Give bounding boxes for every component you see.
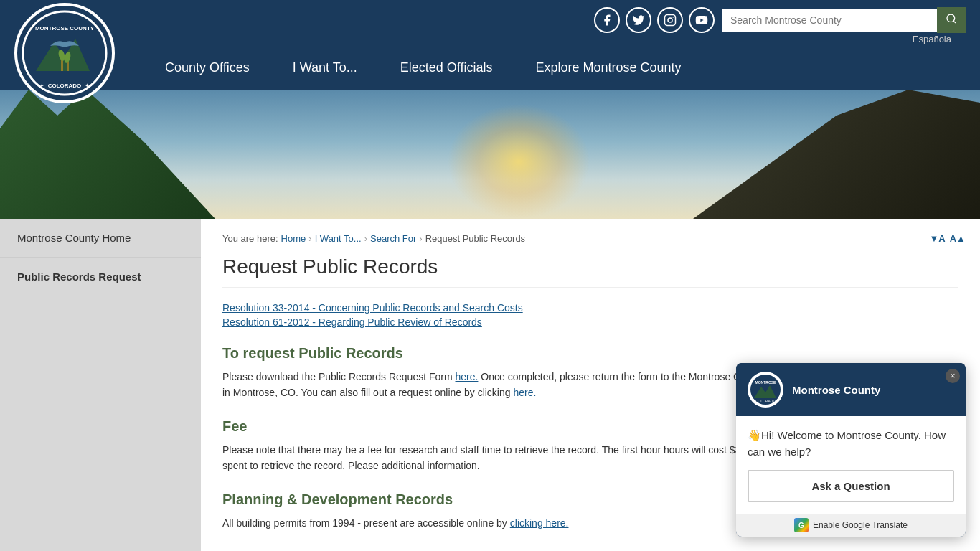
- section-heading-request: To request Public Records: [222, 345, 958, 362]
- google-translate-button[interactable]: G Enable Google Translate: [736, 514, 966, 537]
- breadcrumb-home[interactable]: Home: [281, 233, 306, 244]
- font-increase-button[interactable]: A▲: [950, 233, 966, 244]
- chat-widget: MONTROSE COLORADO Montrose County × 👋Hi!…: [736, 363, 966, 537]
- ask-question-button[interactable]: Ask a Question: [748, 470, 954, 502]
- svg-point-2: [672, 17, 674, 18]
- header-top: [0, 0, 980, 33]
- svg-point-4: [947, 14, 955, 22]
- here-link-1[interactable]: here.: [456, 371, 479, 382]
- google-translate-icon: G: [794, 518, 809, 532]
- breadcrumb-sep-3: ›: [419, 233, 422, 244]
- facebook-icon[interactable]: [594, 7, 620, 33]
- logo-area: MONTROSE COUNTY COLORADO ✦ ✦: [14, 3, 115, 103]
- page-title: Request Public Records: [222, 255, 958, 288]
- svg-rect-0: [665, 15, 676, 26]
- clicking-here-link[interactable]: clicking here.: [510, 517, 569, 529]
- header-bottom: MONTROSE COUNTY COLORADO ✦ ✦: [0, 46, 980, 90]
- chat-logo: MONTROSE COLORADO: [748, 372, 783, 408]
- breadcrumb: You are here: Home › I Want To... › Sear…: [222, 233, 958, 244]
- chat-body: 👋Hi! Welcome to Montrose County. How can…: [736, 416, 966, 514]
- twitter-icon[interactable]: [626, 7, 651, 33]
- font-controls: ▼A A▲: [929, 233, 966, 244]
- svg-text:✦: ✦: [85, 83, 90, 89]
- chat-header: MONTROSE COLORADO Montrose County ×: [736, 363, 966, 416]
- resolution-61-link[interactable]: Resolution 61-2012 - Regarding Public Re…: [222, 316, 958, 328]
- sidebar-item-home[interactable]: Montrose County Home: [0, 219, 201, 258]
- sidebar: Montrose County Home Public Records Requ…: [0, 219, 201, 551]
- svg-point-1: [668, 18, 672, 22]
- logo[interactable]: MONTROSE COUNTY COLORADO ✦ ✦: [14, 3, 115, 103]
- here-link-2[interactable]: here.: [513, 387, 536, 398]
- google-translate-label: Enable Google Translate: [813, 520, 908, 530]
- social-icons: [594, 7, 715, 33]
- nav-item-i-want-to[interactable]: I Want To...: [271, 46, 379, 90]
- search-button[interactable]: [937, 7, 966, 33]
- chat-org-name: Montrose County: [792, 384, 954, 396]
- nav-item-elected-officials[interactable]: Elected Officials: [379, 46, 514, 90]
- breadcrumb-current: Request Public Records: [425, 233, 525, 244]
- chat-greeting: 👋Hi! Welcome to Montrose County. How can…: [748, 428, 954, 460]
- nav-menu: County Offices I Want To... Elected Offi…: [143, 46, 966, 90]
- nav-item-explore[interactable]: Explore Montrose County: [514, 46, 703, 90]
- nav-item-county-offices[interactable]: County Offices: [143, 46, 271, 90]
- search-input[interactable]: [722, 9, 937, 32]
- svg-text:MONTROSE COUNTY: MONTROSE COUNTY: [35, 25, 95, 32]
- chat-close-button[interactable]: ×: [946, 369, 960, 383]
- chat-title-area: Montrose County: [792, 384, 954, 396]
- youtube-icon[interactable]: [689, 7, 715, 33]
- breadcrumb-sep-1: ›: [308, 233, 311, 244]
- hero-glow: [447, 104, 590, 219]
- resolution-33-link[interactable]: Resolution 33-2014 - Concerning Public R…: [222, 302, 958, 314]
- svg-line-5: [953, 21, 956, 23]
- font-decrease-button[interactable]: ▼A: [929, 233, 945, 244]
- breadcrumb-sep-2: ›: [364, 233, 367, 244]
- header: Española MONTROSE COUNTY COLORADO: [0, 0, 980, 90]
- hero-image: [0, 90, 980, 219]
- breadcrumb-i-want-to[interactable]: I Want To...: [315, 233, 362, 244]
- hero-trees-right: [693, 90, 980, 219]
- sidebar-item-public-records[interactable]: Public Records Request: [0, 258, 201, 296]
- svg-text:COLORADO: COLORADO: [48, 83, 82, 89]
- svg-text:MONTROSE: MONTROSE: [755, 380, 777, 385]
- svg-text:✦: ✦: [39, 83, 44, 89]
- breadcrumb-prefix: You are here:: [222, 233, 278, 244]
- hero-trees-left: [0, 90, 215, 219]
- instagram-icon[interactable]: [657, 7, 683, 33]
- search-bar[interactable]: [722, 7, 966, 33]
- breadcrumb-search-for[interactable]: Search For: [370, 233, 416, 244]
- svg-text:COLORADO: COLORADO: [755, 399, 776, 403]
